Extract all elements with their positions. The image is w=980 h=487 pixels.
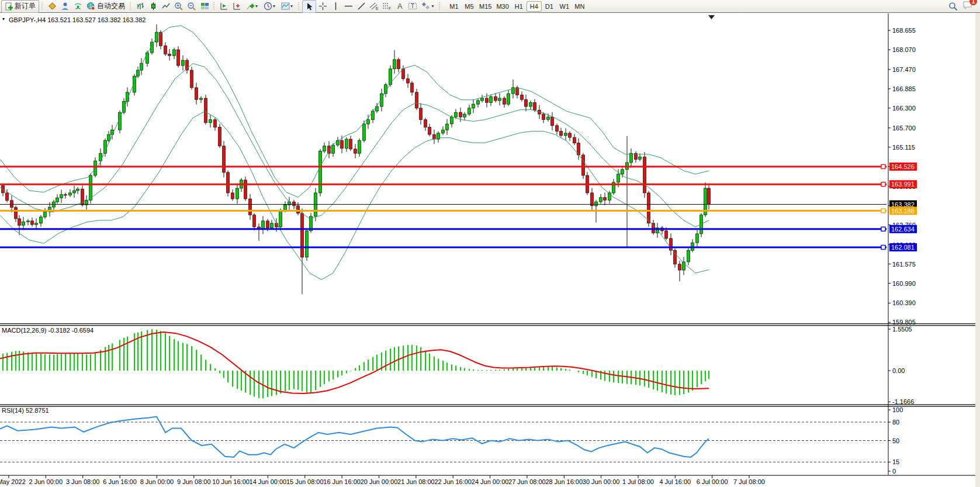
line-chart-icon	[162, 2, 171, 11]
trendline-tool-button[interactable]	[355, 1, 368, 12]
candle-body	[56, 198, 59, 202]
timeframe-button-m15[interactable]: M15	[477, 1, 494, 12]
candle-body	[481, 98, 484, 101]
timeframe-button-w1[interactable]: W1	[557, 1, 572, 12]
toolbar-grip[interactable]	[213, 2, 216, 11]
candle-body	[647, 193, 650, 223]
macd-indicator-label: MACD(12,26,9) -0.3182 -0.6594	[2, 327, 94, 334]
chart-canvas[interactable]: 168.655168.070167.470166.885166.300165.7…	[0, 0, 980, 487]
timeframe-button-h4[interactable]: H4	[527, 1, 542, 12]
candle-body	[463, 114, 466, 117]
signal-icon	[74, 2, 82, 11]
candle-body	[249, 199, 252, 215]
candle-body	[164, 46, 167, 54]
new-order-button[interactable]: 新订单	[1, 0, 39, 13]
candle-body	[507, 94, 510, 104]
timeframe-button-mn[interactable]: MN	[572, 1, 587, 12]
template-icon	[281, 2, 290, 11]
candle-body	[503, 98, 506, 104]
timeframe-button-m1[interactable]: M1	[446, 1, 462, 12]
toolbar-grip[interactable]	[41, 2, 44, 11]
periods-button[interactable]: ▾	[261, 1, 278, 12]
community-button[interactable]: 1	[962, 1, 973, 12]
cursor-tool-button[interactable]	[302, 0, 316, 13]
text-tool-button[interactable]: A	[393, 1, 406, 12]
bar-chart-mode-button[interactable]	[134, 1, 147, 12]
accounts-button[interactable]	[58, 1, 71, 12]
hline-anchor-marker	[881, 165, 885, 169]
line-chart-mode-button[interactable]	[160, 1, 172, 12]
tile-windows-button[interactable]	[198, 1, 211, 12]
candle-body	[15, 208, 18, 219]
time-tick-label: 1 May 2022	[0, 478, 26, 485]
candle-body	[345, 139, 348, 148]
candle-body	[573, 137, 576, 143]
auto-scroll-button[interactable]	[217, 1, 230, 12]
candle-body	[168, 54, 171, 56]
auto-trading-icon	[86, 2, 95, 11]
candle-chart-mode-button[interactable]	[147, 1, 160, 12]
chevron-down-icon: ▾	[255, 4, 258, 9]
time-tick-label: 4 Jul 16:00	[659, 478, 691, 485]
crosshair-tool-button[interactable]	[316, 1, 329, 12]
timeframe-button-m30[interactable]: M30	[494, 1, 511, 12]
candle-body	[69, 193, 72, 195]
price-tick-label: 166.885	[892, 85, 916, 92]
chevron-down-icon: ▾	[273, 4, 275, 9]
toolbar-grip[interactable]	[438, 2, 441, 11]
search-icon[interactable]	[948, 2, 958, 11]
text-label-tool-button[interactable]: T	[406, 1, 419, 12]
toolbar: 新订单 自动交易 ▾ ▾ ▾ E F A T ▾ M1M5M1	[0, 0, 980, 13]
svg-text:T: T	[411, 3, 414, 9]
timeframe-button-d1[interactable]: D1	[542, 1, 557, 12]
candle-body	[708, 188, 711, 205]
candle-body	[529, 102, 532, 106]
zoom-in-button[interactable]	[172, 1, 185, 12]
indicators-button[interactable]: ▾	[243, 1, 261, 12]
timeframe-button-h1[interactable]: H1	[511, 1, 527, 12]
candle-body	[415, 92, 418, 108]
price-tag-label: 163.188	[891, 208, 915, 215]
timeframe-group: M1M5M15M30H1H4D1W1MN	[446, 1, 587, 12]
time-tick-label: 1 Jul 08:00	[622, 478, 654, 485]
chart-shift-button[interactable]	[230, 1, 243, 12]
candle-body	[490, 96, 493, 102]
hline-anchor-marker	[881, 246, 885, 250]
templates-button[interactable]: ▾	[278, 1, 296, 12]
signals-button[interactable]	[71, 1, 84, 12]
channel-tool-button[interactable]: E	[368, 1, 380, 12]
time-tick-label: 10 Jun 16:00	[212, 478, 250, 485]
candle-body	[205, 98, 207, 123]
horizontal-line-icon	[344, 2, 353, 11]
candle-body	[262, 221, 265, 229]
candle-body	[319, 151, 322, 193]
zoom-out-button[interactable]	[185, 1, 198, 12]
rsi-tick-label: 50	[892, 437, 899, 444]
symbol-caret-icon[interactable]: ▾	[2, 16, 5, 22]
candle-body	[428, 127, 431, 134]
toolbar-grip[interactable]	[129, 2, 132, 11]
macd-tick-label: 0.00	[892, 367, 905, 374]
time-tick-label: 6 Jul 00:00	[697, 478, 728, 485]
market-watch-button[interactable]	[46, 1, 58, 12]
horizontal-line-tool-button[interactable]	[342, 1, 355, 12]
candle-body	[643, 157, 646, 193]
auto-trading-button[interactable]: 自动交易	[84, 1, 127, 12]
candle-body	[397, 60, 400, 69]
arrow-shapes-icon	[421, 2, 431, 11]
time-tick-label: 2 Jun 00:00	[29, 478, 63, 485]
zoom-out-icon	[187, 2, 196, 11]
candle-body	[665, 231, 668, 239]
price-tick-label: 165.700	[892, 125, 916, 132]
candle-body	[687, 250, 690, 262]
toolbar-grip[interactable]	[297, 2, 300, 11]
candle-body	[556, 126, 559, 132]
arrows-tool-button[interactable]: ▾	[419, 1, 437, 12]
time-tick-label: 21 Jun 08:00	[397, 478, 435, 485]
text-icon: A	[396, 2, 404, 11]
timeframe-button-m5[interactable]: M5	[462, 1, 477, 12]
fibonacci-tool-button[interactable]: F	[380, 1, 393, 12]
price-tag-label: 163.991	[891, 181, 915, 188]
vertical-line-tool-button[interactable]	[329, 1, 342, 12]
candle-body	[182, 60, 185, 65]
